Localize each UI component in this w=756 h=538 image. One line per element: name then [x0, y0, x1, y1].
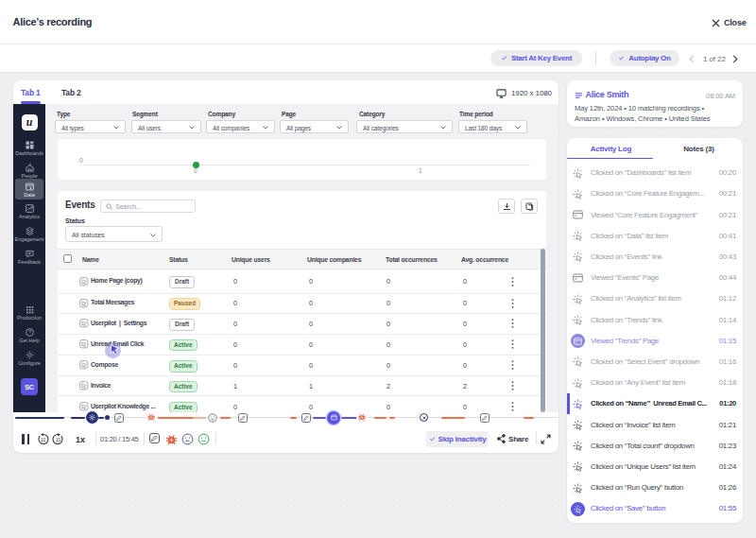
svg-text:10: 10	[40, 437, 45, 442]
svg-text:10: 10	[55, 437, 60, 442]
svg-text:?: ?	[28, 330, 31, 335]
